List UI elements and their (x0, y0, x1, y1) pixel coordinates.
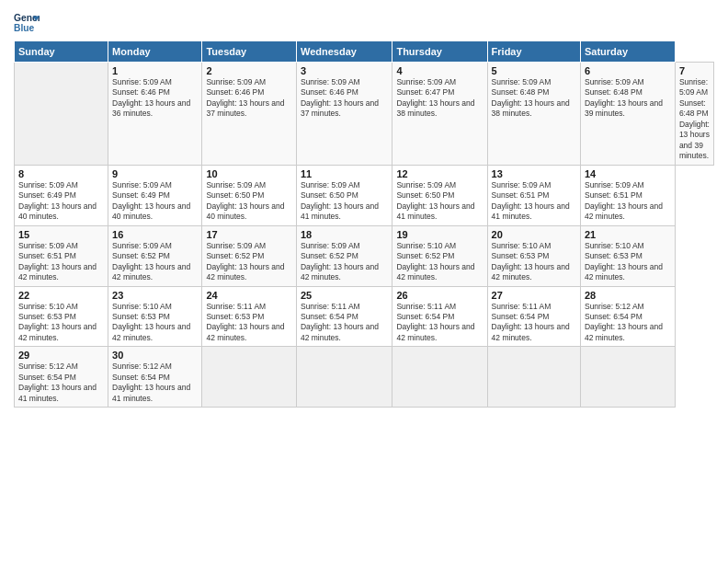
day-cell-24: 24 Sunrise: 5:11 AMSunset: 6:53 PMDaylig… (202, 286, 297, 347)
empty-cell (392, 347, 487, 408)
day-info: Sunrise: 5:10 AMSunset: 6:52 PMDaylight:… (396, 241, 483, 283)
day-number: 4 (396, 65, 483, 76)
day-cell-23: 23 Sunrise: 5:10 AMSunset: 6:53 PMDaylig… (108, 286, 202, 347)
calendar: SundayMondayTuesdayWednesdayThursdayFrid… (14, 40, 714, 408)
col-header-tuesday: Tuesday (202, 41, 297, 63)
day-number: 11 (301, 168, 388, 179)
day-number: 18 (301, 229, 388, 240)
calendar-body: 1 Sunrise: 5:09 AMSunset: 6:46 PMDayligh… (15, 63, 714, 408)
day-number: 5 (492, 65, 576, 76)
day-number: 30 (112, 350, 198, 361)
day-info: Sunrise: 5:09 AMSunset: 6:46 PMDaylight:… (112, 77, 198, 120)
day-cell-12: 12 Sunrise: 5:09 AMSunset: 6:50 PMDaylig… (392, 165, 487, 225)
day-cell-15: 15 Sunrise: 5:09 AMSunset: 6:51 PMDaylig… (15, 225, 108, 286)
day-info: Sunrise: 5:09 AMSunset: 6:52 PMDaylight:… (206, 241, 292, 283)
day-info: Sunrise: 5:09 AMSunset: 6:47 PMDaylight:… (396, 77, 483, 120)
day-number: 25 (301, 290, 388, 301)
col-header-sunday: Sunday (15, 41, 108, 63)
week-row-5: 29 Sunrise: 5:12 AMSunset: 6:54 PMDaylig… (15, 347, 714, 408)
col-header-saturday: Saturday (580, 41, 675, 63)
empty-cell (487, 347, 580, 408)
day-info: Sunrise: 5:09 AMSunset: 6:49 PMDaylight:… (112, 180, 198, 223)
day-number: 9 (112, 168, 198, 179)
day-cell-28: 28 Sunrise: 5:12 AMSunset: 6:54 PMDaylig… (580, 286, 675, 347)
week-row-3: 15 Sunrise: 5:09 AMSunset: 6:51 PMDaylig… (15, 225, 714, 286)
day-cell-5: 5 Sunrise: 5:09 AMSunset: 6:48 PMDayligh… (487, 63, 580, 166)
day-info: Sunrise: 5:09 AMSunset: 6:48 PMDaylight:… (679, 77, 710, 162)
day-number: 17 (206, 229, 292, 240)
day-number: 23 (112, 290, 198, 301)
day-cell-26: 26 Sunrise: 5:11 AMSunset: 6:54 PMDaylig… (392, 286, 487, 347)
day-number: 14 (585, 168, 671, 179)
day-number: 2 (206, 65, 292, 76)
day-info: Sunrise: 5:09 AMSunset: 6:50 PMDaylight:… (206, 180, 292, 223)
day-info: Sunrise: 5:09 AMSunset: 6:49 PMDaylight:… (18, 180, 104, 223)
day-info: Sunrise: 5:10 AMSunset: 6:53 PMDaylight:… (492, 241, 576, 283)
day-info: Sunrise: 5:09 AMSunset: 6:51 PMDaylight:… (18, 241, 104, 283)
day-cell-9: 9 Sunrise: 5:09 AMSunset: 6:49 PMDayligh… (108, 165, 202, 225)
day-number: 24 (206, 290, 292, 301)
day-cell-1: 1 Sunrise: 5:09 AMSunset: 6:46 PMDayligh… (108, 63, 202, 166)
page: General Blue SundayMondayTuesdayWednesda… (0, 0, 728, 563)
day-info: Sunrise: 5:09 AMSunset: 6:51 PMDaylight:… (585, 180, 671, 223)
day-info: Sunrise: 5:09 AMSunset: 6:50 PMDaylight:… (396, 180, 483, 223)
day-info: Sunrise: 5:10 AMSunset: 6:53 PMDaylight:… (112, 302, 198, 344)
day-cell-21: 21 Sunrise: 5:10 AMSunset: 6:53 PMDaylig… (580, 225, 675, 286)
day-info: Sunrise: 5:12 AMSunset: 6:54 PMDaylight:… (585, 302, 671, 344)
calendar-header: SundayMondayTuesdayWednesdayThursdayFrid… (15, 41, 714, 63)
day-cell-18: 18 Sunrise: 5:09 AMSunset: 6:52 PMDaylig… (296, 225, 392, 286)
svg-text:Blue: Blue (14, 23, 35, 33)
day-info: Sunrise: 5:09 AMSunset: 6:46 PMDaylight:… (206, 77, 292, 120)
day-number: 22 (18, 290, 104, 301)
day-cell-29: 29 Sunrise: 5:12 AMSunset: 6:54 PMDaylig… (15, 347, 108, 408)
day-info: Sunrise: 5:10 AMSunset: 6:53 PMDaylight:… (18, 302, 104, 344)
day-number: 26 (396, 290, 483, 301)
day-cell-25: 25 Sunrise: 5:11 AMSunset: 6:54 PMDaylig… (296, 286, 392, 347)
week-row-4: 22 Sunrise: 5:10 AMSunset: 6:53 PMDaylig… (15, 286, 714, 347)
day-cell-27: 27 Sunrise: 5:11 AMSunset: 6:54 PMDaylig… (487, 286, 580, 347)
day-info: Sunrise: 5:11 AMSunset: 6:54 PMDaylight:… (492, 302, 576, 344)
day-number: 19 (396, 229, 483, 240)
day-info: Sunrise: 5:11 AMSunset: 6:54 PMDaylight:… (396, 302, 483, 344)
day-cell-10: 10 Sunrise: 5:09 AMSunset: 6:50 PMDaylig… (202, 165, 297, 225)
day-info: Sunrise: 5:09 AMSunset: 6:51 PMDaylight:… (492, 180, 576, 223)
col-header-monday: Monday (108, 41, 202, 63)
day-number: 27 (492, 290, 576, 301)
col-header-wednesday: Wednesday (296, 41, 392, 63)
day-number: 7 (679, 65, 710, 76)
week-row-2: 8 Sunrise: 5:09 AMSunset: 6:49 PMDayligh… (15, 165, 714, 225)
day-cell-22: 22 Sunrise: 5:10 AMSunset: 6:53 PMDaylig… (15, 286, 108, 347)
day-cell-8: 8 Sunrise: 5:09 AMSunset: 6:49 PMDayligh… (15, 165, 108, 225)
empty-cell (202, 347, 297, 408)
day-info: Sunrise: 5:11 AMSunset: 6:54 PMDaylight:… (301, 302, 388, 344)
col-header-thursday: Thursday (392, 41, 487, 63)
day-number: 8 (18, 168, 104, 179)
day-info: Sunrise: 5:09 AMSunset: 6:48 PMDaylight:… (585, 77, 671, 120)
day-cell-19: 19 Sunrise: 5:10 AMSunset: 6:52 PMDaylig… (392, 225, 487, 286)
day-number: 21 (585, 229, 671, 240)
day-number: 13 (492, 168, 576, 179)
day-number: 15 (18, 229, 104, 240)
day-number: 28 (585, 290, 671, 301)
day-number: 20 (492, 229, 576, 240)
header-row: SundayMondayTuesdayWednesdayThursdayFrid… (15, 41, 714, 63)
day-info: Sunrise: 5:11 AMSunset: 6:53 PMDaylight:… (206, 302, 292, 344)
day-info: Sunrise: 5:09 AMSunset: 6:50 PMDaylight:… (301, 180, 388, 223)
day-number: 3 (301, 65, 388, 76)
day-cell-11: 11 Sunrise: 5:09 AMSunset: 6:50 PMDaylig… (296, 165, 392, 225)
logo-icon: General Blue (14, 9, 40, 35)
day-cell-20: 20 Sunrise: 5:10 AMSunset: 6:53 PMDaylig… (487, 225, 580, 286)
day-number: 29 (18, 350, 104, 361)
day-info: Sunrise: 5:09 AMSunset: 6:48 PMDaylight:… (492, 77, 576, 120)
day-number: 10 (206, 168, 292, 179)
day-number: 1 (112, 65, 198, 76)
day-info: Sunrise: 5:09 AMSunset: 6:52 PMDaylight:… (301, 241, 388, 283)
day-info: Sunrise: 5:09 AMSunset: 6:46 PMDaylight:… (301, 77, 388, 120)
day-cell-3: 3 Sunrise: 5:09 AMSunset: 6:46 PMDayligh… (296, 63, 392, 166)
day-cell-2: 2 Sunrise: 5:09 AMSunset: 6:46 PMDayligh… (202, 63, 297, 166)
day-number: 12 (396, 168, 483, 179)
col-header-friday: Friday (487, 41, 580, 63)
empty-cell (580, 347, 675, 408)
day-cell-14: 14 Sunrise: 5:09 AMSunset: 6:51 PMDaylig… (580, 165, 675, 225)
day-cell-6: 6 Sunrise: 5:09 AMSunset: 6:48 PMDayligh… (580, 63, 675, 166)
